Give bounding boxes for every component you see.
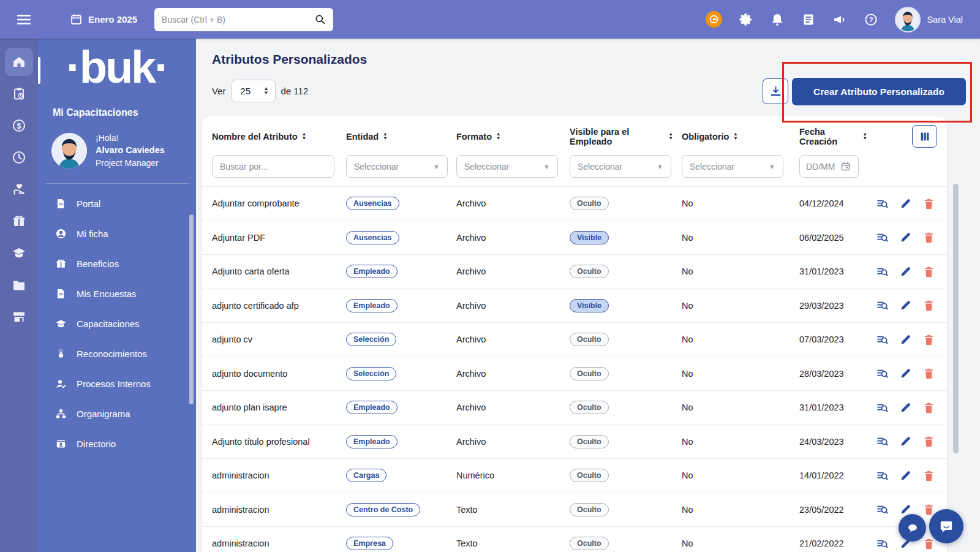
- delete-icon[interactable]: [922, 537, 935, 550]
- view-details-icon[interactable]: [876, 265, 889, 278]
- view-details-icon[interactable]: [876, 401, 889, 414]
- visibility-badge: Oculto: [570, 537, 609, 550]
- delete-icon[interactable]: [922, 435, 935, 448]
- filter-select-obligatorio[interactable]: Seleccionar▼: [682, 155, 783, 178]
- sidebar-item-directorio[interactable]: Directorio: [38, 429, 196, 459]
- table-row: adjunto plan isapreEmpleadoArchivoOculto…: [202, 390, 947, 425]
- rail-clipboard-clock-icon[interactable]: [5, 80, 33, 108]
- filter-search-input[interactable]: [212, 155, 334, 178]
- active-item-indicator: [38, 57, 40, 84]
- rail-folder-icon[interactable]: [5, 271, 33, 299]
- delete-icon[interactable]: [922, 197, 935, 210]
- sidebar-scrollbar[interactable]: [189, 214, 194, 404]
- sort-icon[interactable]: ▲▼: [863, 132, 867, 141]
- hamburger-menu-icon[interactable]: [16, 12, 32, 28]
- column-label: Entidad: [346, 132, 379, 142]
- edit-icon[interactable]: [899, 299, 912, 312]
- sidebar-item-capacitaciones[interactable]: Capacitaciones: [38, 309, 196, 339]
- sidebar-profile[interactable]: ¡Hola! Alvaro Caviedes Project Manager: [51, 132, 196, 170]
- search-icon[interactable]: [314, 13, 326, 25]
- sidebar-item-organigrama[interactable]: Organigrama: [38, 399, 196, 429]
- edit-icon[interactable]: [899, 469, 912, 482]
- filter-date-input[interactable]: DD/MM: [799, 155, 859, 178]
- sort-icon[interactable]: ▲▼: [496, 132, 500, 141]
- sort-icon[interactable]: ▲▼: [302, 132, 306, 141]
- view-details-icon[interactable]: [876, 299, 889, 312]
- sidebar-item-beneficios[interactable]: Beneficios: [38, 249, 196, 279]
- support-chat-button[interactable]: [929, 509, 963, 543]
- sort-icon[interactable]: ▲▼: [383, 132, 387, 141]
- column-header-fecha-creación[interactable]: Fecha Creación▲▼: [799, 127, 876, 146]
- rail-grad-cap-icon[interactable]: [5, 239, 33, 267]
- delete-icon[interactable]: [922, 367, 935, 380]
- entity-badge: Empleado: [346, 435, 398, 448]
- filter-select-formato[interactable]: Seleccionar▼: [456, 155, 558, 178]
- gear-icon[interactable]: [739, 12, 753, 27]
- sidebar-item-reconocimientos[interactable]: Reconocimientos: [38, 339, 196, 369]
- sidebar-item-portal[interactable]: Portal: [38, 189, 196, 219]
- user-menu[interactable]: Sara Vial: [895, 7, 963, 32]
- view-details-icon[interactable]: [876, 469, 889, 482]
- global-search-input[interactable]: [162, 15, 314, 25]
- megaphone-icon[interactable]: [832, 12, 847, 27]
- column-header-entidad[interactable]: Entidad▲▼: [346, 132, 456, 142]
- view-details-icon[interactable]: [876, 367, 889, 380]
- sidebar-item-procesos-internos[interactable]: Procesos Internos: [38, 369, 196, 399]
- rail-home-icon[interactable]: [5, 48, 33, 76]
- edit-icon[interactable]: [899, 197, 912, 210]
- target-icon[interactable]: [706, 11, 722, 28]
- view-details-icon[interactable]: [876, 435, 889, 448]
- cell-format: Archivo: [456, 437, 570, 447]
- view-details-icon[interactable]: [876, 197, 889, 210]
- edit-icon[interactable]: [899, 265, 912, 278]
- delete-icon[interactable]: [922, 265, 935, 278]
- rail-gift-icon[interactable]: [5, 207, 33, 235]
- help-icon[interactable]: ?: [864, 12, 878, 27]
- cell-required: No: [682, 505, 799, 515]
- delete-icon[interactable]: [922, 469, 935, 482]
- rail-clock-icon[interactable]: [5, 143, 33, 172]
- delete-icon[interactable]: [922, 231, 935, 244]
- column-header-formato[interactable]: Formato▲▼: [456, 132, 570, 142]
- news-icon[interactable]: [801, 12, 816, 27]
- download-button[interactable]: [763, 78, 788, 104]
- column-header-obligatorio[interactable]: Obligatorio▲▼: [682, 132, 799, 142]
- filter-select-entidad[interactable]: Seleccionar▼: [346, 155, 448, 178]
- bell-icon[interactable]: [770, 12, 785, 27]
- view-details-icon[interactable]: [876, 231, 889, 244]
- edit-icon[interactable]: [899, 367, 912, 380]
- sort-icon[interactable]: ▲▼: [669, 132, 673, 141]
- sidebar-item-mis-encuestas[interactable]: Mis Encuestas: [38, 279, 196, 309]
- month-selector[interactable]: Enero 2025: [70, 13, 137, 26]
- feedback-chat-button[interactable]: [899, 514, 926, 542]
- cell-attribute-name: Adjuntar PDF: [212, 233, 346, 243]
- edit-icon[interactable]: [899, 333, 912, 346]
- cell-format: Archivo: [456, 198, 570, 208]
- view-details-icon[interactable]: [876, 537, 889, 550]
- sort-icon[interactable]: ▲▼: [733, 132, 737, 141]
- global-search: [154, 8, 333, 31]
- page-size-select[interactable]: 25 ▲▼: [232, 80, 276, 102]
- view-details-icon[interactable]: [876, 503, 889, 516]
- rail-store-icon[interactable]: [5, 303, 33, 331]
- column-header-nombre-del-atributo[interactable]: Nombre del Atributo▲▼: [212, 132, 346, 142]
- view-details-icon[interactable]: [876, 333, 889, 346]
- column-header-visible-para-el-empleado[interactable]: Visible para el Empleado▲▼: [570, 127, 682, 146]
- sidebar-item-mi-ficha[interactable]: Mi ficha: [38, 219, 196, 249]
- visibility-badge: Oculto: [570, 401, 609, 414]
- delete-icon[interactable]: [922, 333, 935, 346]
- create-attribute-button[interactable]: Crear Atributo Personalizado: [792, 78, 966, 105]
- page-scrollbar[interactable]: [953, 184, 959, 453]
- delete-icon[interactable]: [922, 299, 935, 312]
- edit-icon[interactable]: [899, 231, 912, 244]
- rail-hand-heart-icon[interactable]: [5, 175, 33, 203]
- rail-dollar-icon[interactable]: $: [5, 112, 33, 140]
- edit-icon[interactable]: [899, 435, 912, 448]
- delete-icon[interactable]: [922, 401, 935, 414]
- visibility-badge: Oculto: [570, 197, 609, 210]
- filter-select-visible[interactable]: Seleccionar▼: [570, 155, 671, 178]
- column-settings-button[interactable]: [912, 125, 937, 148]
- entity-badge: Selección: [346, 333, 396, 346]
- edit-icon[interactable]: [899, 401, 912, 414]
- select-placeholder: Seleccionar: [464, 162, 509, 172]
